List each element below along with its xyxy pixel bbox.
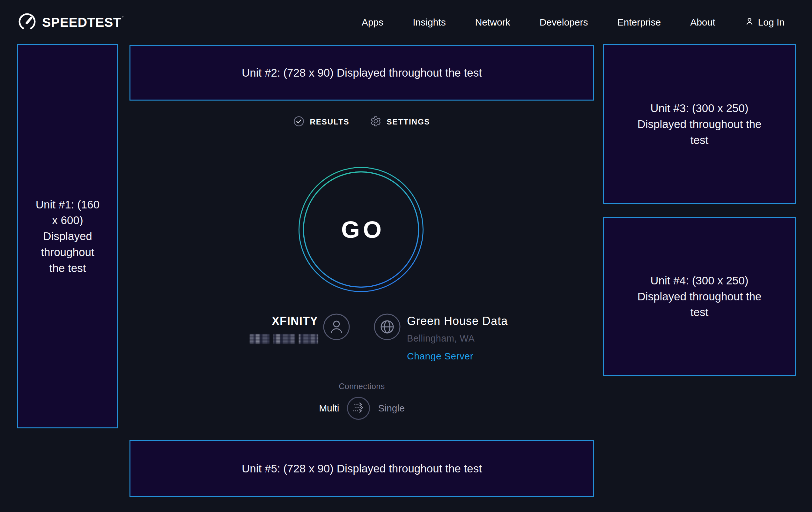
ad-unit-2-text: Unit #2: (728 x 90) Displayed throughout…: [242, 65, 482, 81]
ad-unit-1-text: Unit #1: (160 x 600) Displayed throughou…: [35, 197, 100, 276]
results-settings-tabs: RESULTS SETTINGS: [129, 115, 594, 128]
ad-unit-3[interactable]: Unit #3: (300 x 250) Displayed throughou…: [603, 44, 796, 204]
multi-connection-arrows-icon: [351, 400, 366, 416]
globe-icon: [374, 314, 401, 342]
speedtest-logo[interactable]: SPEEDTEST’: [18, 12, 124, 32]
nav-item-network[interactable]: Network: [475, 17, 510, 28]
server-block: Green House Data Bellingham, WA Change S…: [363, 314, 594, 362]
login-button[interactable]: Log In: [745, 17, 785, 28]
tab-settings-label: SETTINGS: [387, 117, 430, 127]
change-server-link[interactable]: Change Server: [407, 351, 508, 362]
nav-item-about[interactable]: About: [690, 17, 715, 28]
nav-item-apps[interactable]: Apps: [362, 17, 383, 28]
connections-toggle: Multi Single: [129, 397, 594, 420]
nav-item-enterprise[interactable]: Enterprise: [617, 17, 661, 28]
person-icon: [323, 314, 350, 342]
tab-results[interactable]: RESULTS: [293, 116, 349, 128]
gauge-icon: [18, 12, 36, 32]
ad-unit-5-text: Unit #5: (728 x 90) Displayed throughout…: [242, 461, 482, 477]
isp-block: XFINITY: [129, 314, 363, 344]
censored-ip-text: [250, 334, 318, 344]
ad-unit-4-text: Unit #4: (300 x 250) Displayed throughou…: [636, 273, 763, 320]
nav-item-developers[interactable]: Developers: [540, 17, 588, 28]
person-icon: [745, 17, 754, 28]
tab-results-label: RESULTS: [310, 117, 349, 127]
connection-mode-toggle[interactable]: [347, 397, 370, 420]
ad-unit-2[interactable]: Unit #2: (728 x 90) Displayed throughout…: [129, 45, 594, 101]
ad-unit-5[interactable]: Unit #5: (728 x 90) Displayed throughout…: [129, 440, 594, 497]
ad-unit-4[interactable]: Unit #4: (300 x 250) Displayed throughou…: [603, 217, 796, 376]
server-location: Bellingham, WA: [407, 333, 508, 344]
single-connection-option[interactable]: Single: [378, 403, 404, 414]
ad-unit-3-text: Unit #3: (300 x 250) Displayed throughou…: [636, 100, 763, 148]
gear-icon: [370, 115, 381, 128]
main-nav: Apps Insights Network Developers Enterpr…: [362, 17, 785, 28]
nav-item-insights[interactable]: Insights: [413, 17, 445, 28]
top-nav-bar: SPEEDTEST’ Apps Insights Network Develop…: [0, 0, 812, 45]
connection-info-row: XFINITY Green House Data Bellingham, WA …: [129, 314, 594, 362]
tab-settings[interactable]: SETTINGS: [370, 115, 430, 128]
server-name: Green House Data: [407, 315, 508, 327]
check-circle-icon: [293, 116, 304, 128]
trademark-mark: ’: [122, 16, 124, 21]
isp-name: XFINITY: [250, 315, 318, 327]
login-label: Log In: [758, 17, 785, 28]
multi-connections-option[interactable]: Multi: [319, 403, 339, 414]
connections-title: Connections: [129, 382, 594, 391]
ad-unit-1[interactable]: Unit #1: (160 x 600) Displayed throughou…: [17, 44, 118, 428]
go-button-label: GO: [298, 167, 424, 292]
go-button[interactable]: GO: [298, 167, 424, 292]
logo-wordmark: SPEEDTEST’: [42, 15, 124, 30]
